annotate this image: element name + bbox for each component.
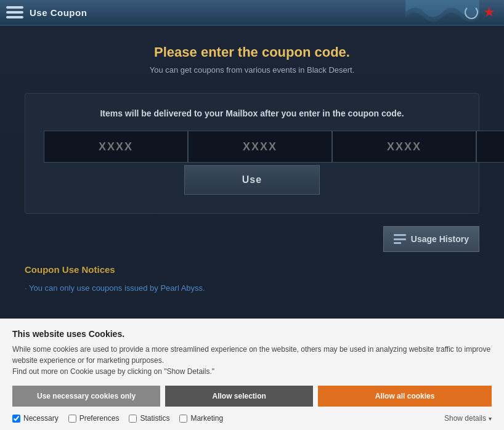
coupon-panel: Items will be delivered to your Mailbox … [25, 93, 479, 214]
coupon-icon [6, 6, 23, 18]
marketing-checkbox[interactable] [179, 415, 187, 423]
necessary-checkbox-label[interactable]: Necessary [12, 414, 59, 423]
statistics-checkbox[interactable] [129, 415, 137, 423]
statistics-checkbox-label[interactable]: Statistics [129, 414, 169, 423]
cookie-banner: This website uses Cookies. While some co… [0, 318, 504, 430]
coupon-input-3[interactable] [332, 131, 476, 163]
marketing-label: Marketing [190, 414, 223, 423]
notices-title: Coupon Use Notices [25, 264, 479, 275]
usage-history-row: Usage History [25, 226, 479, 252]
inputs-row [44, 131, 460, 163]
cookie-text: While some cookies are used to provide a… [12, 344, 492, 377]
chevron-down-icon: ▾ [489, 415, 492, 422]
coupon-inputs-wrapper: Use [44, 131, 460, 195]
show-details-button[interactable]: Show details ▾ [444, 414, 492, 423]
allow-all-cookies-button[interactable]: Allow all cookies [318, 386, 492, 407]
history-list-icon [394, 234, 406, 244]
usage-history-button[interactable]: Usage History [383, 226, 479, 252]
cookie-buttons: Use necessary cookies only Allow selecti… [12, 386, 492, 407]
panel-instruction: Items will be delivered to your Mailbox … [44, 108, 460, 118]
marketing-checkbox-label[interactable]: Marketing [179, 414, 223, 423]
title-bar-controls: ★ [465, 5, 498, 20]
cookie-checkboxes: Necessary Preferences Statistics Marketi… [12, 414, 492, 423]
allow-selection-button[interactable]: Allow selection [165, 386, 313, 407]
preferences-checkbox-label[interactable]: Preferences [68, 414, 120, 423]
notice-item: · You can only use coupons issued by Pea… [25, 282, 479, 294]
title-bar: Use Coupon ★ [0, 0, 504, 26]
coupon-input-2[interactable] [188, 131, 332, 163]
refresh-icon[interactable] [465, 6, 478, 19]
window-title: Use Coupon [30, 7, 87, 18]
coupon-input-4[interactable] [476, 131, 504, 163]
use-coupon-button[interactable]: Use [184, 165, 320, 195]
show-details-label: Show details [444, 414, 486, 423]
usage-history-label: Usage History [411, 234, 469, 244]
page-title: Please enter the coupon code. [25, 44, 479, 60]
preferences-label: Preferences [79, 414, 120, 423]
use-necessary-cookies-button[interactable]: Use necessary cookies only [12, 386, 160, 407]
page-subtitle: You can get coupons from various events … [25, 65, 479, 75]
statistics-label: Statistics [140, 414, 169, 423]
necessary-label: Necessary [23, 414, 59, 423]
preferences-checkbox[interactable] [68, 415, 76, 423]
notices-section: Coupon Use Notices · You can only use co… [25, 262, 479, 294]
coupon-input-1[interactable] [44, 131, 188, 163]
below-panel: Usage History Coupon Use Notices · You c… [25, 226, 479, 294]
star-icon[interactable]: ★ [483, 5, 498, 20]
cookie-title: This website uses Cookies. [12, 329, 492, 339]
use-btn-row: Use [184, 165, 320, 195]
necessary-checkbox[interactable] [12, 415, 20, 423]
